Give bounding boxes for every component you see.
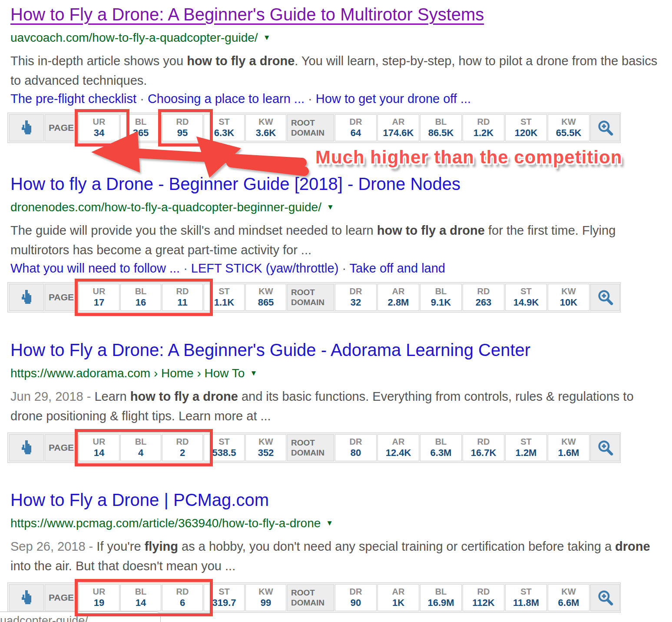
hand-cursor-icon[interactable] — [9, 114, 44, 141]
root-domain-label: ROOT DOMAIN — [288, 438, 334, 458]
search-result: How to fly a Drone - Beginner Guide [201… — [10, 173, 663, 313]
domain-metric-ar[interactable]: AR174.6K — [377, 114, 419, 141]
page-metric-rd[interactable]: RD95 — [162, 114, 203, 141]
metric-value: 174.6K — [383, 127, 414, 139]
page-metric-st[interactable]: ST319.7 — [204, 584, 245, 611]
hand-cursor-icon[interactable] — [9, 584, 44, 611]
result-title-link[interactable]: How to fly a Drone - Beginner Guide [201… — [10, 173, 460, 195]
result-url-row: https://www.adorama.com › Home › How To▼ — [10, 366, 663, 381]
callout-text: Much higher than the competition — [315, 147, 622, 168]
metric-label: DR — [350, 117, 362, 127]
dropdown-arrow-icon[interactable]: ▼ — [327, 203, 334, 211]
metric-value: 1.6M — [558, 447, 579, 459]
metric-label: KW — [561, 587, 576, 597]
domain-metric-kw[interactable]: KW1.6M — [548, 434, 589, 461]
page-section-label: PAGE — [45, 434, 78, 461]
page-label: PAGE — [49, 292, 74, 303]
metric-label: BL — [135, 437, 147, 447]
page-metric-kw[interactable]: KW352 — [245, 434, 286, 461]
result-title-link[interactable]: How to Fly a Drone | PCMag.com — [10, 489, 269, 511]
sitelink[interactable]: Take off and land — [350, 261, 445, 275]
ahrefs-toolbar: PAGE UR14BL4RD2ST538.5KW352 ROOT DOMAIN … — [7, 432, 621, 463]
root-domain-section-label: ROOT DOMAIN — [287, 284, 334, 311]
zoom-in-icon[interactable] — [590, 114, 620, 141]
domain-metric-kw[interactable]: KW65.5K — [548, 114, 589, 141]
dropdown-arrow-icon[interactable]: ▼ — [326, 519, 333, 527]
page-metric-kw[interactable]: KW3.6K — [245, 114, 286, 141]
page-metric-rd[interactable]: RD11 — [162, 284, 203, 311]
domain-metric-rd[interactable]: RD112K — [463, 584, 504, 611]
zoom-in-icon[interactable] — [590, 284, 620, 311]
page-metric-ur[interactable]: UR14 — [79, 434, 119, 461]
domain-metric-dr[interactable]: DR90 — [335, 584, 377, 611]
metric-label: ST — [520, 587, 532, 597]
sitelink-separator: · — [305, 92, 316, 106]
metric-value: 80 — [351, 447, 361, 459]
dropdown-arrow-icon[interactable]: ▼ — [250, 369, 257, 377]
page-metric-bl[interactable]: BL14 — [120, 584, 161, 611]
domain-metric-kw[interactable]: KW6.6M — [548, 584, 589, 611]
page-metric-bl[interactable]: BL365 — [120, 114, 161, 141]
page-metric-kw[interactable]: KW99 — [245, 584, 286, 611]
domain-metric-kw[interactable]: KW10K — [548, 284, 589, 311]
metric-value: 99 — [261, 597, 271, 609]
sitelink-separator: · — [180, 261, 191, 275]
domain-metric-bl[interactable]: BL16.9M — [420, 584, 462, 611]
metric-value: 32 — [351, 296, 361, 308]
page-metric-st[interactable]: ST1.1K — [204, 284, 245, 311]
metric-value: 12.4K — [386, 447, 411, 459]
domain-metric-rd[interactable]: RD263 — [463, 284, 504, 311]
metric-value: 6 — [180, 597, 185, 609]
sitelink[interactable]: The pre-flight checklist — [10, 92, 136, 106]
domain-metric-rd[interactable]: RD1.2K — [463, 114, 504, 141]
sitelink[interactable]: How to get your drone off ... — [316, 92, 471, 106]
domain-metric-bl[interactable]: BL9.1K — [420, 284, 462, 311]
page-metric-bl[interactable]: BL16 — [120, 284, 161, 311]
metric-label: KW — [258, 117, 273, 127]
metric-value: 1K — [392, 597, 404, 609]
domain-metric-bl[interactable]: BL6.3M — [420, 434, 462, 461]
domain-metric-ar[interactable]: AR12.4K — [377, 434, 419, 461]
domain-metric-st[interactable]: ST120K — [505, 114, 547, 141]
domain-metric-dr[interactable]: DR80 — [335, 434, 377, 461]
sitelink[interactable]: Choosing a place to learn ... — [148, 92, 305, 106]
domain-metric-dr[interactable]: DR64 — [335, 114, 377, 141]
zoom-in-icon[interactable] — [590, 584, 620, 611]
metric-label: RD — [477, 286, 490, 296]
domain-metric-rd[interactable]: RD16.7K — [463, 434, 504, 461]
sitelink[interactable]: What you will need to follow ... — [10, 261, 180, 275]
domain-metric-st[interactable]: ST14.9K — [505, 284, 547, 311]
page-metric-ur[interactable]: UR34 — [79, 114, 119, 141]
page-metric-rd[interactable]: RD2 — [162, 434, 203, 461]
domain-metric-st[interactable]: ST11.8M — [505, 584, 547, 611]
page-metric-ur[interactable]: UR17 — [79, 284, 119, 311]
page-metric-bl[interactable]: BL4 — [120, 434, 161, 461]
dropdown-arrow-icon[interactable]: ▼ — [263, 33, 271, 42]
result-title-link[interactable]: How to Fly a Drone: A Beginner's Guide -… — [10, 339, 530, 361]
sitelink[interactable]: LEFT STICK (yaw/throttle) — [191, 261, 339, 275]
domain-metric-ar[interactable]: AR1K — [377, 584, 419, 611]
page-metric-rd[interactable]: RD6 — [162, 584, 203, 611]
hand-cursor-icon[interactable] — [9, 434, 44, 461]
metric-value: 112K — [472, 597, 494, 609]
metric-label: DR — [350, 587, 362, 597]
hand-cursor-icon[interactable] — [9, 284, 44, 311]
page-metric-ur[interactable]: UR19 — [79, 584, 119, 611]
domain-metric-bl[interactable]: BL86.5K — [420, 114, 462, 141]
metric-value: 2 — [180, 447, 185, 459]
page-metric-kw[interactable]: KW865 — [245, 284, 286, 311]
domain-metric-ar[interactable]: AR2.8M — [377, 284, 419, 311]
page-section-label: PAGE — [45, 284, 78, 311]
metric-label: KW — [561, 286, 576, 296]
serp-page: How to Fly a Drone: A Beginner's Guide t… — [0, 0, 672, 622]
domain-metric-st[interactable]: ST1.2M — [505, 434, 547, 461]
zoom-in-icon[interactable] — [590, 434, 620, 461]
metric-value: 263 — [476, 296, 492, 308]
metric-label: DR — [350, 286, 362, 296]
metric-label: AR — [392, 286, 405, 296]
page-metric-st[interactable]: ST6.3K — [204, 114, 245, 141]
metric-label: RD — [477, 437, 490, 447]
domain-metric-dr[interactable]: DR32 — [335, 284, 377, 311]
result-title-link[interactable]: How to Fly a Drone: A Beginner's Guide t… — [10, 3, 484, 25]
page-metric-st[interactable]: ST538.5 — [204, 434, 245, 461]
